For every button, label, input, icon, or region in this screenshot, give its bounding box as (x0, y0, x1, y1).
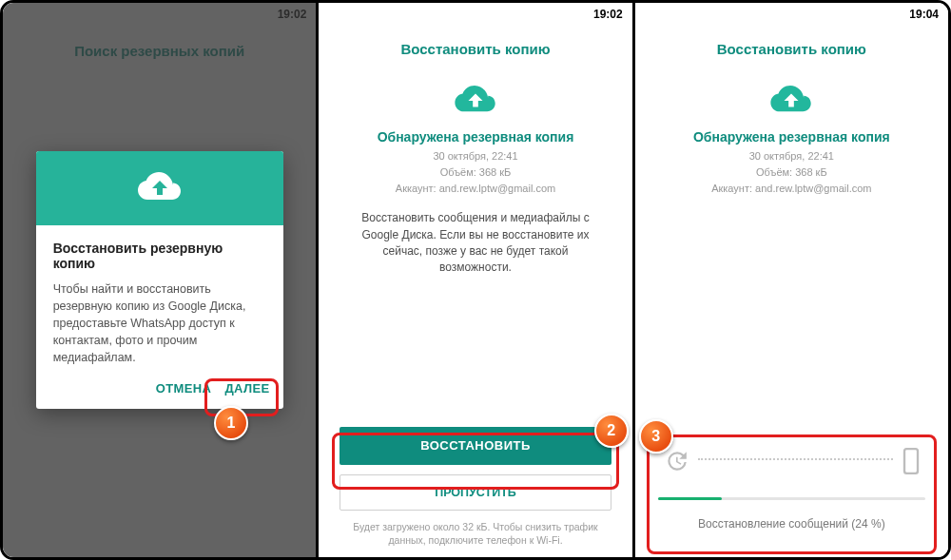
screen-3: 19:04 Восстановить копию Обнаружена резе… (632, 3, 948, 557)
restore-permission-dialog: Восстановить резервную копию Чтобы найти… (36, 151, 283, 410)
progress-bar (658, 497, 925, 500)
page-title: Восстановить копию (635, 26, 948, 63)
dialog-header (36, 151, 283, 225)
backup-date: 30 октября, 22:41 (319, 148, 631, 164)
clock: 19:04 (909, 8, 939, 21)
dialog-title: Восстановить резервную копию (53, 241, 266, 271)
backup-date: 30 октября, 22:41 (635, 148, 948, 164)
backup-size: Объём: 368 кБ (319, 164, 631, 181)
backup-size: Объём: 368 кБ (635, 164, 948, 181)
svg-rect-0 (904, 449, 918, 473)
triptych: 19:02 Поиск резервных копий Восстановить… (0, 0, 951, 560)
transfer-icons (658, 448, 925, 474)
cancel-button[interactable]: ОТМЕНА (156, 381, 212, 396)
clock: 19:02 (593, 8, 623, 21)
bottom-progress: 3 Восстановление сообщений (24 %) (635, 433, 948, 557)
skip-button[interactable]: ПРОПУСТИТЬ (340, 474, 611, 511)
step-badge-2: 2 (594, 414, 629, 448)
data-hint: Будет загружено около 32 кБ. Чтобы снизи… (319, 511, 631, 557)
cloud-upload-icon (455, 86, 496, 116)
backup-meta: 30 октября, 22:41 Объём: 368 кБ Аккаунт:… (635, 148, 948, 197)
bottom-actions: ВОССТАНОВИТЬ 2 ПРОПУСТИТЬ Будет загружен… (319, 414, 631, 557)
page-title: Восстановить копию (319, 26, 631, 63)
progress-fill (658, 497, 723, 500)
status-bar: 19:04 (635, 3, 948, 26)
cloud-icon-wrap (319, 63, 631, 124)
restore-button[interactable]: ВОССТАНОВИТЬ (340, 427, 611, 465)
cloud-upload-icon (138, 172, 182, 204)
next-button[interactable]: ДАЛЕЕ (224, 381, 269, 396)
dialog-body: Восстановить резервную копию Чтобы найти… (36, 225, 283, 375)
status-bar: 19:02 (319, 3, 631, 26)
transfer-dots (698, 458, 893, 460)
backup-meta: 30 октября, 22:41 Объём: 368 кБ Аккаунт:… (319, 148, 631, 197)
cloud-icon-wrap (635, 63, 948, 124)
step-badge-1: 1 (214, 406, 248, 440)
backup-found-heading: Обнаружена резервная копия (319, 129, 631, 145)
backup-account: Аккаунт: and.rew.lptw@gmail.com (319, 181, 631, 197)
modal-overlay: Восстановить резервную копию Чтобы найти… (3, 3, 316, 557)
history-icon (664, 449, 689, 473)
dialog-actions: ОТМЕНА ДАЛЕЕ (36, 374, 283, 409)
phone-icon (902, 448, 920, 474)
backup-account: Аккаунт: and.rew.lptw@gmail.com (635, 181, 948, 197)
restore-description: Восстановить сообщения и медиафайлы с Go… (319, 197, 631, 277)
progress-area: Восстановление сообщений (24 %) (658, 448, 925, 531)
dialog-text: Чтобы найти и восстановить резервную коп… (53, 280, 266, 367)
screen-1: 19:02 Поиск резервных копий Восстановить… (3, 3, 316, 557)
backup-found-heading: Обнаружена резервная копия (635, 129, 948, 145)
progress-label: Восстановление сообщений (24 %) (658, 517, 925, 531)
screen-2: 19:02 Восстановить копию Обнаружена резе… (316, 3, 631, 557)
cloud-upload-icon (770, 86, 812, 116)
